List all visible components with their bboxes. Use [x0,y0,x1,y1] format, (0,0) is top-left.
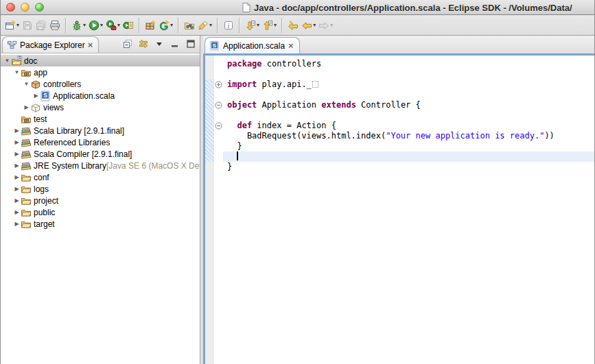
collapsed-code-icon[interactable] [312,81,318,88]
run-config-button[interactable] [121,17,135,34]
tree-item-controllers[interactable]: ▼controllers [1,78,200,90]
code-line[interactable] [223,110,594,121]
close-view-icon[interactable]: × [88,40,93,49]
mark-occurrences-button[interactable]: i [222,17,235,34]
minimize-window-button[interactable] [21,3,30,12]
expand-arrow-icon[interactable]: ▶ [13,162,21,169]
toolbar-separator [139,18,140,33]
maximize-button[interactable] [185,38,197,51]
code-line[interactable]: object Application extends Controller { [223,100,594,110]
previous-annotation-icon [262,20,273,31]
new-wizard-button[interactable]: ▾ [3,17,21,34]
dropdown-arrow-icon[interactable]: ▾ [170,22,173,28]
expand-arrow-icon[interactable]: ▶ [13,186,21,192]
tree-item-jre-system-library[interactable]: ▶JRE System Library [Java SE 6 (MacOS X … [1,160,200,171]
dropdown-arrow-icon[interactable]: ▾ [274,22,277,28]
expand-fold-icon[interactable] [215,81,222,88]
tree-item-application-scala[interactable]: ▶SApplication.scala [1,90,200,101]
tree-item-doc[interactable]: ▼Sdoc [1,55,200,66]
package-explorer-tab[interactable]: Package Explorer × [2,36,99,53]
dropdown-arrow-icon[interactable]: ▾ [330,22,333,28]
link-with-editor-icon [138,38,149,51]
forward-icon [318,20,329,31]
editor-body: package controllersimport play.api._obje… [203,56,594,364]
code-line[interactable]: def index = Action { [223,121,594,131]
dropdown-arrow-icon[interactable]: ▾ [117,22,120,28]
dropdown-arrow-icon[interactable]: ▾ [313,22,316,28]
tree-item-test[interactable]: test [1,113,200,125]
debug-button[interactable]: ▾ [70,17,87,34]
last-edit-location-button[interactable] [286,17,300,34]
tree-item-label: Scala Compiler [2.9.1.final] [32,149,132,159]
expand-arrow-icon[interactable]: ▶ [13,174,21,180]
code-area[interactable]: package controllersimport play.api._obje… [223,56,594,364]
new-scala-class-button[interactable]: ▾ [157,17,174,34]
code-line[interactable]: } [223,141,594,151]
tree-item-scala-library-2-9-1-final[interactable]: ▶Scala Library [2.9.1.final] [1,125,200,136]
expand-arrow-icon[interactable]: ▶ [13,139,21,145]
current-line[interactable] [223,151,594,162]
collapse-arrow-icon[interactable]: ▼ [3,58,11,64]
tree-item-target[interactable]: ▶target [1,218,200,230]
expand-arrow-icon[interactable]: ▶ [23,104,30,110]
tree-item-referenced-libraries[interactable]: ▶Referenced Libraries [1,136,200,148]
previous-annotation-button[interactable]: ▾ [261,17,278,34]
code-line[interactable]: import play.api._ [223,80,594,90]
tree-item-logs[interactable]: ▶logs [1,183,200,195]
folder-icon [21,172,32,183]
zoom-window-button[interactable] [35,3,44,12]
expand-arrow-icon[interactable]: ▶ [13,209,21,215]
collapse-fold-icon[interactable] [215,101,222,109]
code-token: def [237,121,252,130]
code-line[interactable]: } [223,162,594,172]
editor-tab-application-scala[interactable]: S Application.scala × [205,37,300,53]
code-line[interactable]: package controllers [223,59,594,69]
view-menu-button[interactable] [153,38,165,51]
dropdown-arrow-icon[interactable]: ▾ [16,22,19,28]
svg-text:S: S [213,43,216,49]
external-tools-button[interactable]: ▾ [104,17,121,34]
collapse-all-button[interactable] [121,38,134,51]
code-line[interactable] [223,90,594,100]
code-line[interactable] [223,69,594,80]
run-button[interactable]: ▾ [87,17,104,34]
code-line[interactable]: BadRequest(views.html.index("Your new ap… [223,131,594,141]
expand-arrow-icon[interactable]: ▶ [32,93,40,99]
collapse-fold-icon[interactable] [215,122,222,130]
tree-item-project[interactable]: ▶project [1,195,200,206]
minimize-button[interactable] [169,38,181,51]
expand-arrow-icon[interactable]: ▶ [13,221,21,227]
scala-file-icon: S [40,90,51,101]
search-button[interactable]: ▾ [196,17,213,34]
print-button[interactable] [48,17,62,34]
close-window-button[interactable] [6,3,15,12]
collapse-arrow-icon[interactable]: ▼ [23,81,30,87]
folder-icon [21,195,32,206]
maximize-icon [186,39,196,51]
dropdown-arrow-icon[interactable]: ▾ [257,22,259,28]
tree-item-app[interactable]: ▼app [1,66,200,78]
dropdown-arrow-icon[interactable]: ▾ [100,22,103,28]
title-bar[interactable]: Java - doc/app/controllers/Application.s… [1,0,594,15]
collapse-arrow-icon[interactable]: ▼ [13,69,21,75]
back-button[interactable]: ▾ [300,17,317,34]
scala-project-icon: S [11,56,23,66]
expand-arrow-icon[interactable]: ▶ [13,151,21,157]
close-editor-icon[interactable]: × [288,41,294,50]
tree-item-conf[interactable]: ▶conf [1,171,200,183]
new-java-package-button[interactable] [143,17,157,34]
library-icon [21,125,32,136]
tree-item-public[interactable]: ▶public [1,206,200,218]
dropdown-arrow-icon[interactable]: ▾ [209,22,212,28]
tree-item-views[interactable]: ▶views [1,101,200,113]
dropdown-arrow-icon[interactable]: ▾ [83,22,86,28]
link-with-editor-button[interactable] [137,38,150,51]
expand-arrow-icon[interactable]: ▶ [13,128,21,134]
package-folder-icon [21,114,32,125]
tree-item-scala-compiler-2-9-1-final[interactable]: ▶Scala Compiler [2.9.1.final] [1,148,200,160]
next-annotation-button[interactable]: ▾ [244,17,261,34]
open-type-button[interactable] [183,17,196,34]
expand-arrow-icon[interactable]: ▶ [13,197,21,204]
annotation-ruler[interactable] [205,56,214,364]
code-token: controllers [262,59,322,69]
